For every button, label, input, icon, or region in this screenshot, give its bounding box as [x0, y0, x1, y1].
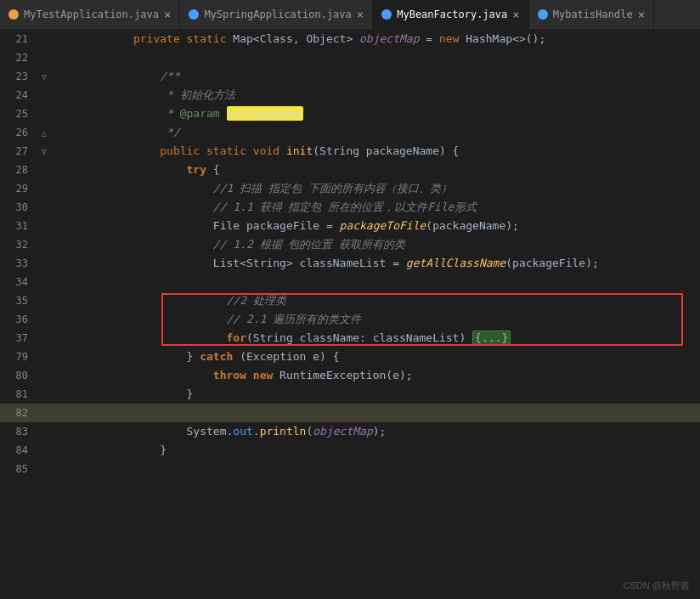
tab-mybatishandle[interactable]: MybatisHandle ×	[529, 0, 654, 29]
line-num-32: 32	[0, 235, 38, 254]
line-num-26: 26	[0, 123, 38, 142]
line-num-33: 33	[0, 254, 38, 273]
line-num-85: 85	[0, 460, 38, 478]
line-num-24: 24	[0, 86, 38, 105]
line-81: 81 }	[0, 385, 700, 404]
code-content[interactable]: 21 private static Map<Class, Object> obj…	[0, 30, 700, 599]
tab-close-1[interactable]: ×	[164, 8, 171, 20]
tab-label-4: MybatisHandle	[553, 8, 633, 20]
line-num-81: 81	[0, 385, 38, 404]
line-num-22: 22	[0, 48, 38, 67]
line-icon-35: ○	[38, 297, 50, 306]
line-num-34: 34	[0, 273, 38, 291]
tab-icon-orange	[8, 9, 19, 20]
tab-mytestapplication[interactable]: MyTestApplication.java ×	[0, 0, 180, 29]
line-num-30: 30	[0, 198, 38, 217]
watermark: CSDN @秋野酱	[624, 579, 690, 592]
line-num-23: 23	[0, 67, 38, 86]
tab-icon-blue-4	[538, 9, 548, 20]
line-num-82: 82	[0, 404, 38, 422]
line-icon-26: △	[38, 128, 50, 138]
line-num-36: 36	[0, 310, 38, 329]
code-area: 21 private static Map<Class, Object> obj…	[0, 30, 700, 599]
line-num-29: 29	[0, 179, 38, 198]
line-num-83: 83	[0, 422, 38, 441]
tab-close-4[interactable]: ×	[638, 8, 645, 20]
line-num-80: 80	[0, 366, 38, 385]
tab-label-3: MyBeanFactory.java	[397, 8, 507, 20]
line-num-35: 35	[0, 291, 38, 310]
tab-label-2: MySpringApplication.java	[204, 8, 351, 20]
line-33: 33 List<String> classNameList = getAllCl…	[0, 254, 700, 273]
tab-close-2[interactable]: ×	[357, 8, 364, 20]
code-lines: 21 private static Map<Class, Object> obj…	[0, 30, 700, 478]
tab-close-3[interactable]: ×	[512, 8, 519, 20]
line-num-79: 79	[0, 348, 38, 366]
line-85: 85	[0, 460, 700, 478]
tab-icon-blue-3	[381, 9, 392, 20]
tab-myBeanFactory[interactable]: MyBeanFactory.java ×	[373, 0, 528, 29]
tab-myspringapplication[interactable]: MySpringApplication.java ×	[180, 0, 373, 29]
tab-bar: MyTestApplication.java × MySpringApplica…	[0, 0, 700, 30]
line-num-28: 28	[0, 161, 38, 179]
editor: MyTestApplication.java × MySpringApplica…	[0, 0, 700, 599]
line-icon-27: ▽	[38, 147, 50, 156]
tab-icon-blue-2	[189, 9, 199, 20]
line-num-37: 37	[0, 329, 38, 348]
line-num-31: 31	[0, 217, 38, 235]
line-21: 21 private static Map<Class, Object> obj…	[0, 30, 700, 48]
line-num-25: 25	[0, 105, 38, 123]
line-num-21: 21	[0, 30, 38, 48]
line-num-84: 84	[0, 441, 38, 460]
tab-label-1: MyTestApplication.java	[24, 8, 159, 20]
line-num-27: 27	[0, 142, 38, 161]
line-84: 84 }	[0, 441, 700, 460]
line-icon-23: ▽	[38, 72, 50, 82]
